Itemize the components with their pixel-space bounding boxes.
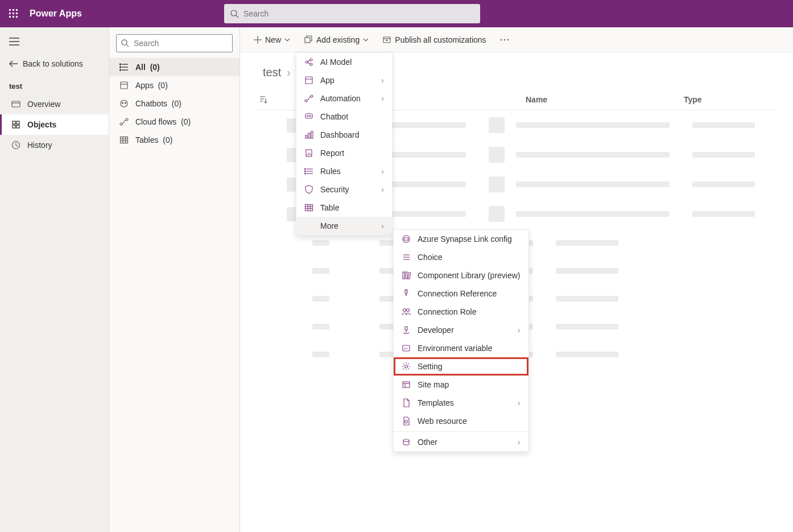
nav-overview[interactable]: Overview — [0, 94, 109, 114]
svg-point-35 — [120, 123, 122, 125]
chevron-right-icon: › — [381, 185, 384, 194]
chevron-right-icon: › — [381, 221, 384, 230]
svg-point-77 — [305, 171, 306, 172]
svg-rect-8 — [16, 16, 18, 18]
svg-rect-6 — [9, 16, 11, 18]
menu-item-label: Component Library (preview) — [418, 271, 521, 280]
menu-item-label: Connection Reference — [418, 289, 497, 298]
more-commands-button[interactable] — [495, 35, 514, 44]
menu-item-app[interactable]: App› — [296, 71, 392, 89]
obj-cloud-flows[interactable]: Cloud flows (0) — [109, 113, 239, 131]
menu-item-table[interactable]: Table — [296, 199, 392, 217]
menu-item-icon — [304, 57, 313, 67]
menu-item-label: Dashboard — [320, 130, 360, 139]
menu-item-site-map[interactable]: Site map — [394, 376, 528, 394]
obj-label: Chatbots (0) — [135, 99, 181, 108]
svg-rect-37 — [121, 137, 128, 143]
svg-rect-1 — [13, 9, 14, 11]
obj-all[interactable]: All (0) — [109, 58, 239, 76]
svg-point-36 — [126, 118, 128, 121]
obj-label: Tables (0) — [135, 135, 172, 145]
new-button[interactable]: New — [249, 32, 295, 48]
menu-item-component-library-preview-[interactable]: Component Library (preview) — [394, 266, 528, 284]
menu-item-other[interactable]: Other› — [394, 433, 528, 451]
new-label: New — [265, 35, 281, 44]
svg-rect-17 — [13, 121, 15, 124]
publish-label: Publish all customizations — [395, 35, 486, 44]
svg-point-49 — [507, 39, 509, 40]
back-to-solutions[interactable]: Back to solutions — [0, 53, 109, 74]
svg-rect-79 — [305, 205, 313, 211]
nav-objects[interactable]: Objects — [0, 114, 109, 135]
menu-item-templates[interactable]: Templates› — [394, 394, 528, 412]
obj-chatbots[interactable]: Chatbots (0) — [109, 94, 239, 113]
global-search-input[interactable] — [224, 4, 480, 23]
nav-history[interactable]: History — [0, 135, 109, 155]
menu-item-rules[interactable]: Rules› — [296, 162, 392, 180]
menu-item-icon: x= — [402, 344, 411, 353]
menu-item-label: Site map — [418, 380, 449, 389]
menu-item-environment-variable[interactable]: x=Environment variable — [394, 339, 528, 357]
chevron-right-icon: › — [518, 398, 521, 407]
menu-item-icon — [402, 289, 411, 298]
menu-item-icon — [402, 416, 411, 426]
menu-item-connection-reference[interactable]: Connection Reference — [394, 284, 528, 303]
menu-item-choice[interactable]: Choice — [394, 248, 528, 266]
publish-button[interactable]: Publish all customizations — [378, 32, 490, 48]
objects-icon — [11, 120, 20, 129]
svg-line-10 — [236, 15, 238, 18]
svg-point-28 — [120, 67, 121, 68]
command-bar: New Add existing Publish all customizati… — [240, 27, 793, 52]
menu-item-dashboard[interactable]: Dashboard — [296, 126, 392, 144]
objects-search-input[interactable] — [116, 34, 233, 52]
menu-item-automation[interactable]: Automation› — [296, 89, 392, 108]
objects-panel: All (0) Apps (0) Chatbots (0) Cloud flow… — [109, 27, 240, 532]
add-existing-button[interactable]: Add existing — [299, 32, 373, 48]
menu-item-label: Table — [320, 203, 339, 212]
obj-label: Cloud flows (0) — [135, 117, 191, 126]
menu-item-label: Rules — [320, 167, 341, 176]
menu-item-icon — [402, 271, 411, 280]
col-name[interactable]: Name — [526, 95, 684, 104]
svg-point-33 — [122, 102, 123, 104]
objects-search — [109, 34, 239, 58]
svg-point-32 — [121, 100, 127, 107]
col-type[interactable]: Type — [684, 95, 775, 104]
menu-item-label: AI Model — [320, 57, 352, 67]
breadcrumb-root[interactable]: test — [263, 66, 281, 79]
table-icon — [119, 135, 129, 145]
menu-item-label: Environment variable — [418, 344, 493, 353]
add-existing-icon — [304, 35, 313, 44]
menu-item-label: Chatbot — [320, 112, 348, 121]
menu-item-ai-model[interactable]: AI Model — [296, 53, 392, 71]
menu-item-icon — [402, 234, 411, 244]
app-title: Power Apps — [30, 9, 82, 19]
obj-apps[interactable]: Apps (0) — [109, 76, 239, 94]
menu-item-icon — [304, 149, 313, 158]
svg-rect-4 — [13, 13, 14, 14]
menu-item-setting[interactable]: Setting — [394, 357, 528, 376]
menu-item-connection-role[interactable]: Connection Role — [394, 303, 528, 321]
svg-rect-20 — [16, 125, 19, 128]
svg-rect-58 — [305, 77, 312, 84]
menu-item-icon — [402, 307, 411, 316]
menu-item-azure-synapse-link-config[interactable]: Azure Synapse Link config — [394, 230, 528, 248]
menu-item-developer[interactable]: Developer› — [394, 321, 528, 339]
menu-item-security[interactable]: Security› — [296, 180, 392, 199]
svg-line-57 — [308, 62, 310, 64]
waffle-icon[interactable] — [0, 0, 27, 27]
svg-point-78 — [305, 173, 306, 174]
app-icon — [119, 81, 129, 90]
obj-tables[interactable]: Tables (0) — [109, 131, 239, 149]
solution-name: test — [0, 74, 109, 94]
chevron-down-icon — [363, 38, 369, 42]
menu-item-label: Automation — [320, 94, 361, 103]
svg-line-56 — [308, 60, 310, 62]
hamburger-icon[interactable] — [0, 34, 109, 53]
svg-point-102 — [405, 365, 408, 368]
menu-item-chatbot[interactable]: Chatbot — [296, 108, 392, 126]
menu-item-web-resource[interactable]: Web resource — [394, 412, 528, 430]
menu-item-more[interactable]: More› — [296, 217, 392, 235]
svg-rect-103 — [403, 382, 410, 387]
menu-item-report[interactable]: Report — [296, 144, 392, 162]
